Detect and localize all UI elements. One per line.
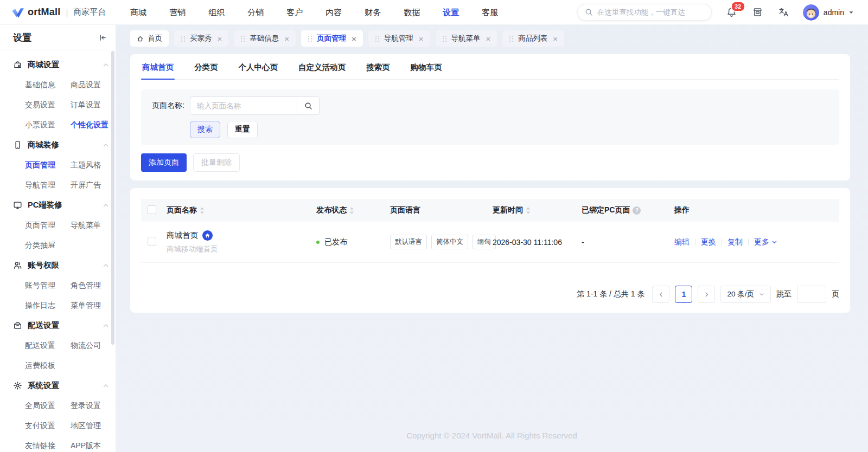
caret-down-icon xyxy=(771,239,777,245)
sidebar-section-header[interactable]: 账号权限 xyxy=(13,255,116,275)
user-menu[interactable]: admin xyxy=(803,4,854,21)
page-tab[interactable]: 分类页 xyxy=(193,54,219,79)
tab-home[interactable]: 首页 xyxy=(130,30,169,47)
nav-item[interactable]: 数据 xyxy=(392,0,431,24)
column-bound-pc-page: 已绑定PC页面 ? xyxy=(582,205,674,215)
sidebar-section-header[interactable]: PC端装修 xyxy=(13,195,116,215)
nav-item[interactable]: 内容 xyxy=(314,0,353,24)
next-page-button[interactable] xyxy=(698,286,715,303)
action-copy[interactable]: 复制 xyxy=(727,237,743,247)
nav-item[interactable]: 组织 xyxy=(197,0,236,24)
help-icon[interactable]: ? xyxy=(633,206,641,215)
nav-item[interactable]: 客服 xyxy=(470,0,509,24)
sidebar-section-header[interactable]: 商城设置 xyxy=(13,55,116,75)
notification-bell-icon[interactable]: 32 xyxy=(726,7,737,18)
sidebar-item[interactable]: 商品设置 xyxy=(71,75,116,95)
page-tab[interactable]: 自定义活动页 xyxy=(297,54,347,79)
sidebar-section-header[interactable]: 系统设置 xyxy=(13,376,116,396)
sidebar-item[interactable]: 运费模板 xyxy=(25,356,71,376)
batch-delete-button[interactable]: 批量删除 xyxy=(193,153,240,172)
column-page-name[interactable]: 页面名称 xyxy=(167,205,316,215)
drag-handle-icon[interactable] xyxy=(240,35,245,42)
page-tab[interactable]: 个人中心页 xyxy=(238,54,279,79)
sidebar-item[interactable]: 小票设置 xyxy=(25,115,71,135)
prev-page-button[interactable] xyxy=(652,286,669,303)
add-page-button[interactable]: 添加页面 xyxy=(141,153,187,172)
collapse-sidebar-icon[interactable] xyxy=(99,34,107,42)
global-search[interactable] xyxy=(577,4,712,21)
sidebar-item[interactable]: 个性化设置 xyxy=(71,115,116,135)
nav-item[interactable]: 客户 xyxy=(275,0,314,24)
sidebar-item[interactable]: 操作日志 xyxy=(25,295,71,315)
sidebar-item[interactable]: 登录设置 xyxy=(71,396,116,416)
workspace-tab[interactable]: 导航菜单× xyxy=(436,30,497,47)
sidebar-item[interactable]: 导航菜单 xyxy=(71,215,116,235)
page-tab[interactable]: 商城首页 xyxy=(141,54,175,79)
page-number-button[interactable]: 1 xyxy=(675,286,692,303)
translate-icon[interactable] xyxy=(778,7,789,18)
sidebar-item[interactable]: 页面管理 xyxy=(25,215,71,235)
close-icon[interactable]: × xyxy=(218,35,222,43)
sidebar-item[interactable]: APP版本 xyxy=(71,436,116,452)
reset-button[interactable]: 重置 xyxy=(227,121,258,138)
nav-item[interactable]: 商城 xyxy=(119,0,158,24)
page-name-input[interactable] xyxy=(190,96,297,115)
search-button[interactable]: 搜索 xyxy=(190,121,220,138)
sidebar-section-header[interactable]: 商城装修 xyxy=(13,135,116,155)
drag-handle-icon[interactable] xyxy=(181,35,186,42)
nav-item[interactable]: 设置 xyxy=(431,0,470,24)
drag-handle-icon[interactable] xyxy=(308,35,312,42)
column-updated-time[interactable]: 更新时间 xyxy=(493,205,582,215)
nav-item[interactable]: 分销 xyxy=(236,0,275,24)
select-all-checkbox[interactable] xyxy=(148,205,156,214)
brand[interactable]: ortMall xyxy=(11,6,60,18)
workspace-tab[interactable]: 买家秀× xyxy=(174,30,228,47)
sidebar-item[interactable]: 菜单管理 xyxy=(71,295,116,315)
sidebar-item[interactable]: 物流公司 xyxy=(71,335,116,356)
nav-item[interactable]: 营销 xyxy=(158,0,197,24)
global-search-input[interactable] xyxy=(597,8,704,16)
jump-page-input[interactable] xyxy=(797,286,826,303)
drag-handle-icon[interactable] xyxy=(509,35,514,42)
close-icon[interactable]: × xyxy=(553,35,558,43)
sidebar-item[interactable]: 账号管理 xyxy=(25,275,71,295)
page-tab[interactable]: 购物车页 xyxy=(410,54,443,79)
sidebar-item[interactable]: 交易设置 xyxy=(25,95,71,115)
drag-handle-icon[interactable] xyxy=(375,35,380,42)
input-search-button[interactable] xyxy=(297,96,320,115)
workspace-tab[interactable]: 页面管理× xyxy=(301,30,363,47)
close-icon[interactable]: × xyxy=(284,35,289,43)
sidebar-item[interactable]: 地区管理 xyxy=(71,416,116,436)
page-size-select[interactable]: 20 条/页 xyxy=(720,286,771,303)
sidebar-section-header[interactable]: 配送设置 xyxy=(13,315,116,335)
workspace-tab[interactable]: 商品列表× xyxy=(502,30,564,47)
sidebar-item[interactable]: 主题风格 xyxy=(71,155,116,175)
row-checkbox[interactable] xyxy=(148,237,156,246)
action-edit[interactable]: 编辑 xyxy=(674,237,690,247)
sidebar-item[interactable]: 订单设置 xyxy=(71,95,116,115)
sidebar-item[interactable]: 分类抽屉 xyxy=(25,235,71,255)
sidebar-item[interactable]: 角色管理 xyxy=(71,275,116,295)
store-icon[interactable] xyxy=(752,7,763,18)
sidebar-item[interactable]: 友情链接 xyxy=(25,436,71,452)
sidebar-item[interactable]: 页面管理 xyxy=(25,155,71,175)
row-actions: 编辑更换复制更多 xyxy=(674,237,839,247)
sidebar-item[interactable]: 基础信息 xyxy=(25,75,71,95)
column-publish-status[interactable]: 发布状态 xyxy=(316,205,390,215)
sidebar-item[interactable]: 导航管理 xyxy=(25,175,71,195)
sidebar-item[interactable]: 全局设置 xyxy=(25,396,71,416)
sidebar-item[interactable]: 配送设置 xyxy=(25,335,71,356)
sidebar-scrollbar[interactable] xyxy=(111,51,114,345)
close-icon[interactable]: × xyxy=(486,35,491,43)
workspace-tab[interactable]: 导航管理× xyxy=(368,30,430,47)
action-replace[interactable]: 更换 xyxy=(701,237,716,247)
sidebar-item[interactable]: 开屏广告 xyxy=(71,175,116,195)
nav-item[interactable]: 财务 xyxy=(353,0,392,24)
workspace-tab[interactable]: 基础信息× xyxy=(234,30,296,47)
drag-handle-icon[interactable] xyxy=(442,35,447,42)
action-more[interactable]: 更多 xyxy=(754,237,777,247)
sidebar-item[interactable]: 支付设置 xyxy=(25,416,71,436)
close-icon[interactable]: × xyxy=(352,35,356,43)
close-icon[interactable]: × xyxy=(419,35,424,43)
page-tab[interactable]: 搜索页 xyxy=(365,54,391,79)
